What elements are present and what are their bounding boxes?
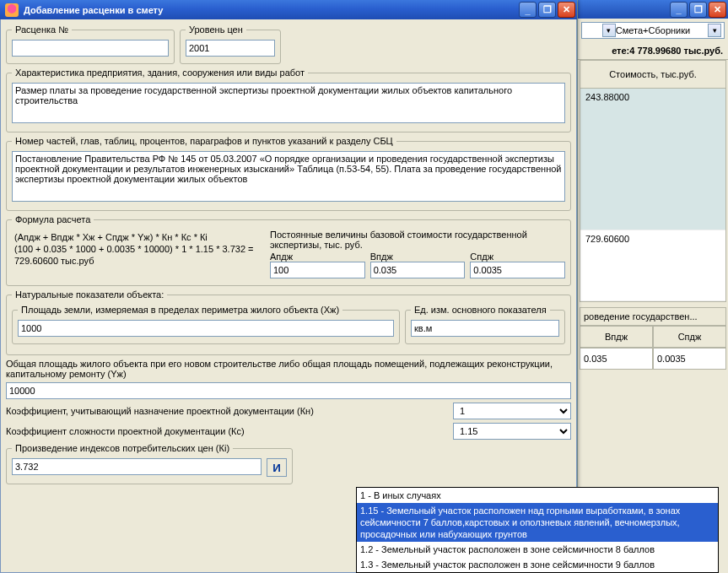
rate-legend: Расценка № bbox=[12, 24, 72, 35]
bg-subheader: роведение государствен... bbox=[580, 307, 726, 326]
ks-label: Коэффициент сложности проектной документ… bbox=[6, 426, 446, 436]
formula-text: (Апдж + Впдж * Хж + Спдж * Yж) * Кн * Кс… bbox=[12, 230, 265, 272]
bg-cost-row-1[interactable]: 243.88000 bbox=[580, 89, 725, 230]
const-b-label: Впдж bbox=[370, 251, 466, 262]
ks-select[interactable]: 1.15 bbox=[453, 423, 571, 440]
bg-maximize-button[interactable]: ❐ bbox=[689, 2, 707, 18]
close-button[interactable]: ✕ bbox=[558, 2, 575, 18]
unit-input[interactable] bbox=[411, 320, 559, 337]
chevron-down-icon: ▾ bbox=[602, 24, 616, 37]
ki-legend: Произведение индексов потребительских це… bbox=[12, 443, 233, 453]
bg-minimize-button[interactable]: _ bbox=[670, 2, 688, 18]
ks-option-1[interactable]: 1 - В иных случаях bbox=[357, 488, 718, 503]
sbc-legend: Номер частей, глав, таблиц, процентов, п… bbox=[12, 136, 396, 146]
kn-label: Коэффициент, учитывающий назначение прое… bbox=[6, 406, 446, 416]
bg-val-2: 0.0035 bbox=[653, 348, 726, 370]
sbc-text[interactable]: Постановление Правительства РФ № 145 от … bbox=[12, 151, 565, 202]
bg-cost-row-2[interactable]: 729.60600 bbox=[580, 230, 725, 301]
const-c-label: Спдж bbox=[470, 251, 565, 262]
ki-button[interactable]: И bbox=[267, 458, 287, 477]
const-c-input[interactable] bbox=[470, 262, 565, 278]
total-area-input[interactable] bbox=[6, 382, 571, 399]
formula-legend: Формула расчета bbox=[12, 214, 94, 224]
price-level-legend: Уровень цен bbox=[186, 24, 246, 35]
kn-select[interactable]: 1 bbox=[453, 403, 571, 419]
java-icon bbox=[5, 3, 19, 17]
constants-label: Постоянные величины базовой стоимости го… bbox=[270, 230, 565, 250]
bg-mini-vals: 0.035 0.0035 bbox=[580, 348, 726, 370]
titlebar[interactable]: Добавление расценки в смету _ ❐ ✕ bbox=[0, 0, 577, 19]
bg-total-line: ете:4 778.99680 тыс.руб. bbox=[578, 42, 728, 60]
ks-dropdown-popup[interactable]: 1 - В иных случаях 1.15 - Земельный учас… bbox=[356, 487, 719, 573]
maximize-button[interactable]: ❐ bbox=[538, 2, 556, 18]
ki-input[interactable] bbox=[12, 458, 262, 475]
bg-col-2: Спдж bbox=[653, 326, 726, 348]
price-level-input bbox=[186, 40, 275, 57]
minimize-button[interactable]: _ bbox=[519, 2, 537, 18]
ks-option-1-3[interactable]: 1.3 - Земельный участок расположен в зон… bbox=[357, 557, 718, 572]
characteristics-text[interactable]: Размер платы за проведение государственн… bbox=[12, 83, 565, 123]
bg-close-button[interactable]: ✕ bbox=[709, 2, 726, 18]
rate-number-input[interactable] bbox=[12, 40, 169, 57]
characteristics-legend: Характеристика предприятия, здания, соор… bbox=[12, 68, 308, 78]
const-a-label: Апдж bbox=[270, 251, 365, 262]
background-titlebar: _ ❐ ✕ bbox=[578, 0, 728, 19]
bg-col-1: Впдж bbox=[580, 326, 653, 348]
bg-cost-grid: Стоимость, тыс.руб. 243.88000 729.60600 bbox=[580, 60, 726, 302]
const-a-input[interactable] bbox=[270, 262, 365, 278]
ks-option-1-15[interactable]: 1.15 - Земельный участок расположен над … bbox=[357, 503, 718, 542]
unit-legend: Ед. изм. основного показателя bbox=[411, 305, 550, 315]
chevron-down-icon: ▾ bbox=[708, 24, 721, 37]
land-area-input[interactable] bbox=[18, 320, 394, 337]
bg-cost-header: Стоимость, тыс.руб. bbox=[580, 61, 725, 89]
natural-legend: Натуральные показатели объекта: bbox=[12, 289, 167, 300]
bg-combo[interactable]: ▾ Смета+Сборники ▾ bbox=[581, 22, 725, 39]
ks-option-1-2[interactable]: 1.2 - Земельный участок расположен в зон… bbox=[357, 542, 718, 557]
bg-mini-cols: Впдж Спдж bbox=[580, 326, 726, 348]
land-area-legend: Площадь земли, измеряемая в пределах пер… bbox=[18, 305, 342, 315]
const-b-input[interactable] bbox=[370, 262, 466, 278]
bg-val-1: 0.035 bbox=[580, 348, 653, 370]
window-title: Добавление расценки в смету bbox=[24, 5, 519, 15]
bg-combo-value: Смета+Сборники bbox=[616, 25, 690, 35]
total-area-label: Общая площадь жилого объекта при его нов… bbox=[6, 359, 571, 379]
